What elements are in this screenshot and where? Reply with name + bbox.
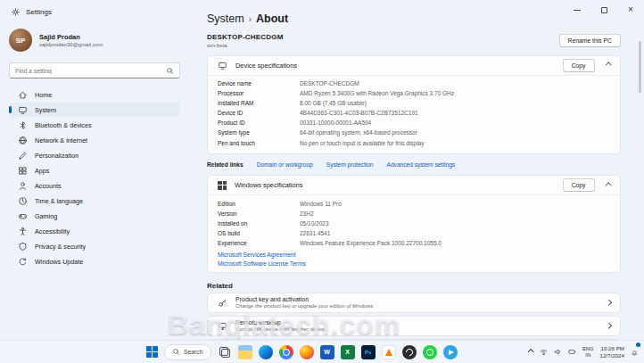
spec-value: 8.00 GB (7.45 GB usable) — [300, 100, 367, 108]
main-content: System › About DESKTOP-CHECDGM win-beta … — [189, 0, 644, 340]
device-header: DESKTOP-CHECDGM win-beta Rename this PC — [207, 33, 621, 48]
search-icon — [166, 67, 174, 75]
clock[interactable]: 10:26 PM 12/7/2024 — [599, 345, 624, 359]
sidebar-item-personalization[interactable]: Personalization — [9, 148, 180, 162]
accessibility-icon — [18, 227, 28, 236]
related-item-subtitle: Change the product key or upgrade your e… — [235, 303, 373, 309]
tray-overflow-chevron-icon[interactable] — [528, 349, 533, 354]
page-title: About — [256, 12, 288, 25]
sidebar-item-label: Home — [35, 91, 52, 99]
taskbar-search-label: Search — [184, 349, 203, 355]
related-links-label: Related links — [207, 161, 244, 168]
user-profile[interactable]: SP Sajid Prodan sajidprodan30@gmail.com — [9, 29, 180, 52]
firefox-browser-icon[interactable] — [300, 345, 314, 359]
spec-label: Processor — [218, 90, 300, 98]
settings-search[interactable] — [9, 62, 180, 78]
link-microsoft-software-license-terms[interactable]: Microsoft Software License Terms — [218, 260, 610, 267]
obs-icon[interactable] — [402, 345, 417, 359]
wifi-icon[interactable] — [540, 348, 548, 356]
spec-label: Installed RAM — [218, 100, 300, 108]
sidebar-item-gaming[interactable]: Gaming — [9, 209, 180, 223]
sidebar-item-label: Accessibility — [35, 227, 70, 235]
tray-date: 12/7/2024 — [599, 352, 624, 359]
excel-icon[interactable] — [341, 345, 355, 359]
vlc-icon[interactable] — [382, 345, 396, 359]
windows-specs-header[interactable]: Windows specifications Copy — [208, 176, 620, 194]
file-explorer-icon[interactable] — [238, 345, 252, 359]
sidebar-item-accessibility[interactable]: Accessibility — [9, 224, 180, 238]
link-microsoft-services-agreement[interactable]: Microsoft Services Agreement — [218, 252, 610, 258]
spec-row: Device nameDESKTOP-CHECDGM — [218, 79, 610, 89]
copy-windows-specs-button[interactable]: Copy — [563, 178, 595, 192]
sidebar-item-privacy-security[interactable]: Privacy & security — [9, 239, 180, 253]
spec-value: 05/10/2023 — [300, 220, 329, 228]
taskbar-search[interactable]: Search — [164, 344, 211, 360]
related-item-product-key[interactable]: Product key and activation Change the pr… — [207, 293, 621, 313]
sidebar-item-windows-update[interactable]: Windows Update — [9, 254, 180, 268]
sidebar-item-network-internet[interactable]: Network & internet — [9, 133, 180, 147]
spec-value: Windows Feature Experience Pack 1000.227… — [300, 240, 442, 248]
bluetooth-icon — [18, 120, 28, 130]
task-view-button[interactable] — [218, 345, 232, 359]
sidebar-item-label: Privacy & security — [35, 243, 86, 251]
taskbar: Search ENG IN 10:26 PM — [0, 340, 644, 363]
sidebar-item-accounts[interactable]: Accounts — [9, 178, 180, 193]
link-advanced-system-settings[interactable]: Advanced system settings — [387, 161, 456, 168]
sidebar-item-label: Bluetooth & devices — [35, 121, 92, 129]
related-item-subtitle: Control this device from another device — [235, 326, 326, 332]
system-tray: ENG IN 10:26 PM 12/7/2024 — [529, 344, 639, 360]
related-item-remote-desktop[interactable]: Remote desktop Control this device from … — [207, 316, 621, 336]
sidebar-item-time-language[interactable]: Time & language — [9, 194, 180, 208]
windows-logo-icon — [218, 181, 227, 190]
start-button[interactable] — [146, 346, 158, 358]
sidebar-item-label: System — [35, 106, 56, 114]
sidebar-item-system[interactable]: System — [9, 103, 180, 117]
spec-label: Experience — [218, 240, 300, 248]
breadcrumb-system[interactable]: System — [207, 12, 244, 25]
copy-device-specs-button[interactable]: Copy — [563, 59, 595, 72]
spec-value: No pen or touch input is available for t… — [300, 140, 424, 148]
link-system-protection[interactable]: System protection — [326, 161, 374, 168]
device-specs-body: Device nameDESKTOP-CHECDGM ProcessorAMD … — [208, 75, 620, 154]
spec-value: 00331-10000-00001-AA594 — [300, 120, 371, 128]
volume-icon[interactable] — [554, 348, 562, 356]
sidebar-item-apps[interactable]: Apps — [9, 163, 180, 177]
device-specs-card: Device specifications Copy Device nameDE… — [207, 55, 621, 155]
related-item-title: Remote desktop — [235, 319, 326, 326]
sidebar-item-label: Accounts — [35, 182, 62, 190]
telegram-icon[interactable] — [443, 345, 458, 359]
photoshop-icon[interactable] — [361, 345, 376, 359]
breadcrumb-separator-icon: › — [249, 14, 252, 24]
card-title: Windows specifications — [235, 181, 302, 189]
system-icon — [18, 105, 28, 115]
related-section-title: Related — [207, 282, 621, 290]
windows-update-icon — [18, 257, 28, 267]
device-specs-header[interactable]: Device specifications Copy — [208, 56, 620, 75]
sidebar-item-home[interactable]: Home — [9, 87, 180, 102]
spec-value: 23H2 — [300, 210, 314, 219]
link-domain-or-workgroup[interactable]: Domain or workgroup — [257, 161, 313, 168]
spec-label: Device name — [218, 80, 300, 88]
spec-row: System type64-bit operating system, x64-… — [218, 128, 610, 138]
spec-row: Device ID4B44D363-C301-4C03-B07B-C2B7351… — [218, 109, 610, 119]
sidebar-item-label: Windows Update — [35, 258, 83, 266]
battery-icon[interactable] — [568, 348, 576, 356]
chevron-up-icon[interactable] — [606, 183, 611, 188]
edge-browser-icon[interactable] — [259, 345, 273, 359]
language-switcher[interactable]: ENG IN — [582, 346, 594, 359]
word-icon[interactable] — [320, 345, 334, 359]
chrome-browser-icon[interactable] — [279, 345, 293, 359]
avatar: SP — [9, 29, 32, 52]
rename-pc-button[interactable]: Rename this PC — [559, 34, 622, 47]
spec-row: ProcessorAMD Ryzen 5 3400G with Radeon V… — [218, 89, 610, 99]
search-input[interactable] — [15, 68, 166, 74]
device-subtitle: win-beta — [207, 43, 284, 48]
whatsapp-icon[interactable] — [423, 345, 437, 359]
device-name: DESKTOP-CHECDGM — [207, 33, 284, 41]
scrollbar[interactable] — [639, 41, 641, 93]
sidebar-item-bluetooth-devices[interactable]: Bluetooth & devices — [9, 118, 180, 132]
spec-label: OS build — [218, 230, 300, 238]
chevron-up-icon[interactable] — [606, 62, 611, 68]
notification-center-button[interactable] — [631, 344, 639, 360]
sidebar-item-label: Gaming — [35, 212, 57, 220]
